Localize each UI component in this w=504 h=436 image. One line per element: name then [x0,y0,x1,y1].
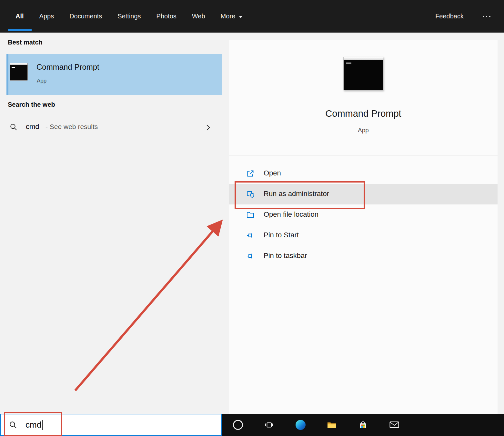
command-prompt-icon [10,63,28,81]
tab-all[interactable]: All [8,0,32,33]
admin-shield-icon [246,190,255,198]
search-icon [10,123,18,131]
filter-tabs: All Apps Documents Settings Photos Web M… [8,0,250,33]
cortana-icon[interactable] [230,414,246,436]
task-view-icon[interactable] [261,414,277,436]
app-actions-list: Open Run as administrator Open file [229,163,498,266]
file-explorer-icon[interactable] [324,414,339,436]
tab-documents[interactable]: Documents [62,0,110,33]
web-query-text: cmd [26,123,39,131]
taskbar [222,414,504,436]
store-icon[interactable] [355,414,371,436]
tab-photos-label: Photos [156,13,176,20]
best-match-result[interactable]: Command Prompt App [6,54,222,95]
search-input-value: cmd [25,420,41,430]
open-icon [246,169,255,178]
folder-icon [246,211,255,219]
action-label: Pin to taskbar [264,252,307,260]
tab-settings[interactable]: Settings [110,0,148,33]
tab-more[interactable]: More [213,0,251,33]
mail-icon[interactable] [387,414,402,436]
action-label: Pin to Start [264,231,299,239]
text-cursor [42,420,43,430]
action-open[interactable]: Open [229,163,498,184]
tab-more-label: More [221,13,236,20]
search-input[interactable]: cmd [0,414,222,436]
best-match-header: Best match [8,39,43,46]
tab-settings-label: Settings [117,13,141,20]
action-label: Open [264,169,281,177]
action-open-file-location[interactable]: Open file location [229,204,498,225]
tab-apps-label: Apps [39,13,54,20]
action-label: Run as administrator [264,190,329,198]
result-subtitle: App [37,78,46,84]
search-results-panel: Best match Command Prompt App Search the… [0,33,222,414]
web-search-result[interactable]: cmd - See web results [0,116,222,139]
tab-documents-label: Documents [69,13,102,20]
search-icon [9,421,17,429]
more-options-icon[interactable] [483,0,490,33]
preview-subtitle: App [229,127,498,134]
selection-accent [6,54,8,95]
windows-search-screen: All Apps Documents Settings Photos Web M… [0,0,504,436]
action-label: Open file location [264,210,318,219]
tab-web-label: Web [192,13,205,20]
pin-icon [246,252,255,260]
app-preview-panel: Command Prompt App Open Run [229,40,498,414]
edge-icon[interactable] [293,414,308,436]
search-web-header: Search the web [8,101,55,108]
search-filter-bar: All Apps Documents Settings Photos Web M… [0,0,504,33]
tab-web[interactable]: Web [184,0,213,33]
preview-title: Command Prompt [229,108,498,119]
action-run-as-administrator[interactable]: Run as administrator [229,184,498,204]
command-prompt-icon [343,57,383,90]
pin-icon [246,231,255,240]
web-result-suffix: - See web results [45,123,98,131]
feedback-button[interactable]: Feedback [435,0,464,33]
tab-photos[interactable]: Photos [149,0,184,33]
result-title: Command Prompt [36,63,99,72]
chevron-down-icon [239,16,243,18]
tab-all-label: All [15,13,24,20]
chevron-right-icon[interactable] [204,124,210,130]
divider [229,155,498,155]
action-pin-to-start[interactable]: Pin to Start [229,225,498,246]
tab-apps[interactable]: Apps [32,0,62,33]
action-pin-to-taskbar[interactable]: Pin to taskbar [229,246,498,266]
